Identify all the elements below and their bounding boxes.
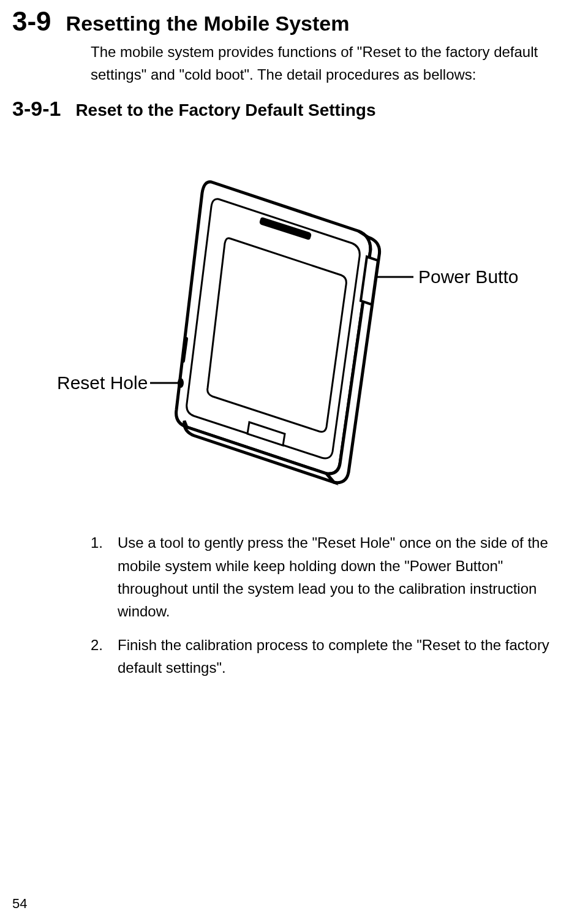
- figure-label-power: Power Button: [418, 267, 518, 287]
- section-number: 3-9: [12, 6, 51, 37]
- step-number: 1.: [91, 531, 105, 623]
- section-title: Resetting the Mobile System: [66, 12, 350, 36]
- list-item: 2. Finish the calibration process to com…: [91, 634, 551, 679]
- figure-label-reset: Reset Hole: [57, 373, 148, 393]
- device-figure: Power Button Reset Hole: [52, 157, 518, 501]
- list-item: 1. Use a tool to gently press the "Reset…: [91, 531, 551, 623]
- page-number: 54: [12, 896, 27, 912]
- step-text: Use a tool to gently press the "Reset Ho…: [118, 531, 551, 623]
- step-number: 2.: [91, 634, 105, 679]
- section-intro: The mobile system provides functions of …: [91, 40, 551, 86]
- steps-list: 1. Use a tool to gently press the "Reset…: [91, 531, 551, 679]
- subsection-number: 3-9-1: [12, 97, 61, 121]
- subsection-title: Reset to the Factory Default Settings: [75, 100, 375, 120]
- step-text: Finish the calibration process to comple…: [118, 634, 551, 679]
